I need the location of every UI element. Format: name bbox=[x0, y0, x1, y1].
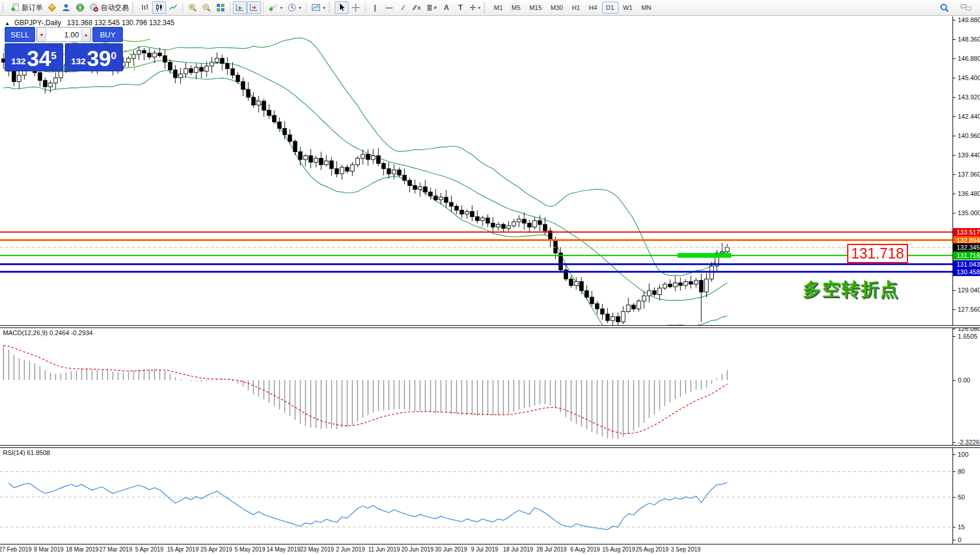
tile-windows-button[interactable] bbox=[214, 1, 228, 14]
crosshair-tool[interactable] bbox=[349, 1, 363, 14]
macd-signal-line bbox=[4, 346, 727, 434]
timeframe-w1[interactable]: W1 bbox=[619, 2, 637, 13]
dropdown-caret: ▾ bbox=[323, 5, 325, 11]
bear-candle bbox=[43, 80, 47, 87]
trendline-tool[interactable]: ∕ bbox=[396, 1, 410, 14]
candlestick-chart-button[interactable] bbox=[152, 1, 166, 14]
bear-candle bbox=[679, 283, 682, 285]
bull-candle bbox=[658, 288, 661, 295]
sell-price-prefix: 132 bbox=[11, 54, 26, 68]
search-icon[interactable] bbox=[940, 3, 950, 13]
bull-candle bbox=[137, 50, 140, 54]
arrows-tool[interactable]: ✢▾ bbox=[467, 1, 483, 14]
date-tick-label: 27 Feb 2019 bbox=[0, 546, 32, 553]
axis-tick-label: 136.480 bbox=[953, 190, 980, 198]
zoom-in-button[interactable] bbox=[185, 1, 200, 14]
chart-shift-icon bbox=[249, 3, 259, 12]
price-flag-131718[interactable]: 131.718 bbox=[847, 244, 908, 263]
bull-candle bbox=[257, 101, 260, 105]
timeframe-m1[interactable]: M1 bbox=[490, 2, 507, 13]
axis-tick-label: 135.000 bbox=[953, 209, 980, 217]
timeframe-group: M1M5M15M30H1H4D1W1MN bbox=[490, 2, 655, 13]
collapse-marker-icon[interactable]: ▲ bbox=[5, 20, 10, 26]
bull-candle bbox=[304, 156, 307, 160]
text-tool[interactable]: A bbox=[439, 1, 453, 14]
bull-candle bbox=[621, 312, 625, 322]
vertical-line-tool[interactable]: | bbox=[368, 1, 382, 14]
axis-tick-label: 0.00 bbox=[953, 377, 980, 384]
volume-input[interactable] bbox=[46, 27, 81, 42]
bar-chart-button[interactable] bbox=[138, 1, 152, 14]
price-axis[interactable]: 149.880148.360146.880145.400143.920142.4… bbox=[953, 16, 980, 544]
timeframe-m30[interactable]: M30 bbox=[546, 2, 567, 13]
axis-tick-label: 148.360 bbox=[953, 36, 980, 43]
line-chart-button[interactable] bbox=[166, 1, 180, 14]
timeframe-m5[interactable]: M5 bbox=[507, 2, 524, 13]
window-splitter[interactable] bbox=[0, 325, 980, 328]
axis-tick-label: 139.440 bbox=[953, 151, 980, 159]
volume-decrease-button[interactable]: ▼ bbox=[37, 27, 46, 42]
crosshair-icon bbox=[351, 3, 360, 12]
date-tick-label: 25 Aug 2019 bbox=[636, 546, 669, 553]
tile-windows-icon bbox=[216, 3, 225, 12]
bear-candle bbox=[501, 225, 505, 229]
bear-candle bbox=[12, 71, 16, 82]
bear-candle bbox=[403, 175, 406, 181]
sell-price-sup: 5 bbox=[51, 52, 56, 60]
date-axis[interactable]: 27 Feb 20198 Mar 201918 Mar 201927 Mar 2… bbox=[0, 544, 980, 555]
timeframe-m15[interactable]: M15 bbox=[525, 2, 546, 13]
metaquotes-button[interactable] bbox=[45, 1, 59, 14]
chart-title: ▲ GBPJPY-,Daily 131.368 132.545 130.796 … bbox=[5, 19, 174, 27]
buy-button[interactable]: BUY bbox=[92, 27, 123, 42]
auto-scroll-button[interactable] bbox=[233, 1, 247, 14]
buy-price-box[interactable]: 132 39 0 bbox=[65, 43, 123, 71]
chat-icon[interactable] bbox=[960, 3, 972, 12]
bear-candle bbox=[585, 291, 589, 297]
volume-increase-button[interactable]: ▲ bbox=[81, 27, 91, 42]
bull-candle bbox=[507, 226, 510, 228]
chart-window: ▲ GBPJPY-,Daily 131.368 132.545 130.796 … bbox=[0, 16, 980, 555]
market-watch-button[interactable] bbox=[59, 1, 73, 14]
chart-shift-button[interactable] bbox=[247, 1, 261, 14]
periods-button[interactable]: ▾ bbox=[285, 1, 304, 14]
timeframe-h1[interactable]: H1 bbox=[568, 2, 584, 13]
mt4-terminal: 新订单 bbox=[0, 0, 980, 555]
bull-candle bbox=[153, 53, 156, 57]
auto-trading-button[interactable]: 自动交易 bbox=[87, 1, 131, 14]
sell-button[interactable]: SELL bbox=[5, 27, 35, 42]
timeframe-d1[interactable]: D1 bbox=[602, 2, 618, 13]
bull-candle bbox=[575, 282, 578, 286]
sell-price-box[interactable]: 132 34 5 bbox=[5, 43, 63, 71]
turning-point-annotation[interactable]: 多空转折点 bbox=[803, 277, 899, 302]
bear-candle bbox=[606, 314, 609, 320]
axis-tick-label: 1.6505 bbox=[953, 333, 980, 340]
cursor-tool[interactable] bbox=[335, 1, 349, 14]
zoom-out-button[interactable] bbox=[200, 1, 214, 14]
bear-candle bbox=[600, 309, 604, 314]
broadcast-button[interactable] bbox=[73, 1, 87, 14]
bull-candle bbox=[314, 158, 318, 163]
window-splitter[interactable] bbox=[0, 445, 980, 448]
price-level-label: 133.517 bbox=[953, 228, 980, 236]
bear-candle bbox=[309, 156, 312, 162]
bull-candle bbox=[704, 279, 708, 292]
rsi-label: RSI(14) 61.8508 bbox=[3, 449, 50, 456]
timeframe-h4[interactable]: H4 bbox=[585, 2, 601, 13]
axis-tick-label: 100 bbox=[953, 451, 980, 459]
indicators-button[interactable]: ▾ bbox=[266, 1, 285, 14]
equidistant-channel-tool[interactable]: ∕∕E bbox=[410, 1, 424, 14]
templates-button[interactable]: ▾ bbox=[309, 1, 328, 14]
rsi-indicator-panel[interactable] bbox=[0, 447, 953, 544]
date-tick-label: 27 Mar 2019 bbox=[99, 546, 132, 553]
new-order-button[interactable]: 新订单 bbox=[8, 1, 45, 14]
bear-candle bbox=[221, 58, 224, 64]
highlight-segment[interactable] bbox=[678, 253, 731, 258]
text-label-tool[interactable]: T bbox=[453, 1, 467, 14]
fibonacci-tool[interactable]: ≣F bbox=[424, 1, 439, 14]
macd-indicator-panel[interactable] bbox=[0, 328, 953, 445]
timeframe-mn[interactable]: MN bbox=[637, 2, 655, 13]
bear-candle bbox=[460, 210, 463, 214]
auto-trading-label: 自动交易 bbox=[101, 3, 129, 13]
horizontal-line-tool[interactable]: — bbox=[382, 1, 396, 14]
bear-candle bbox=[241, 82, 245, 89]
